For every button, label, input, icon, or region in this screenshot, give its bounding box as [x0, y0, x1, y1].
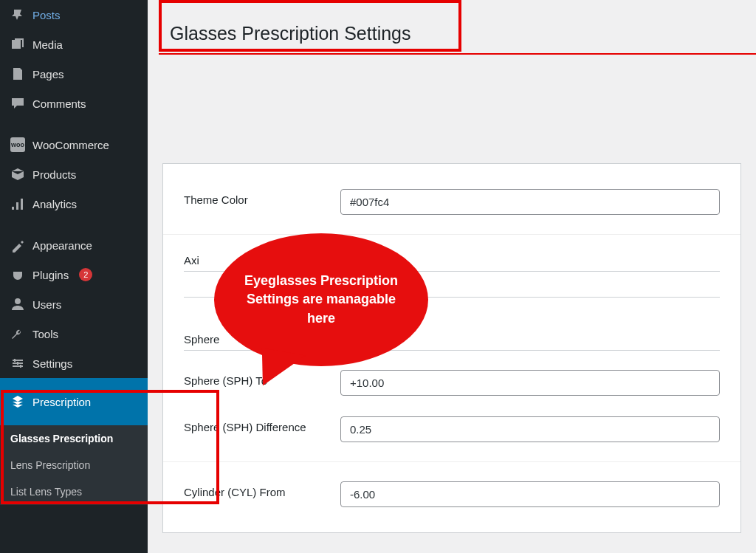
sidebar-item-label: Media: [32, 38, 63, 51]
sidebar-item-products[interactable]: Products: [0, 159, 148, 189]
tools-icon: [10, 326, 25, 341]
settings-icon: [10, 356, 25, 371]
sidebar-item-plugins[interactable]: Plugins 2: [0, 260, 148, 289]
sidebar-item-label: Settings: [32, 357, 72, 370]
sidebar-item-label: Products: [32, 168, 76, 181]
field-cyl-from: Cylinder (CYL) From: [163, 471, 740, 518]
cyl-from-input[interactable]: [340, 481, 720, 507]
pin-icon: [10, 7, 25, 22]
sidebar-item-users[interactable]: Users: [0, 289, 148, 319]
sidebar-item-pages[interactable]: Pages: [0, 59, 148, 89]
media-icon: [10, 37, 25, 52]
annotation-underline: [159, 53, 756, 55]
sidebar-item-settings[interactable]: Settings: [0, 348, 148, 378]
pages-icon: [10, 66, 25, 81]
sidebar-item-label: WooCommerce: [32, 139, 109, 151]
appearance-icon: [10, 238, 25, 253]
users-icon: [10, 297, 25, 312]
sidebar-item-label: Posts: [32, 9, 61, 21]
sidebar-item-appearance[interactable]: Appearance: [0, 230, 148, 260]
sidebar-item-label: Tools: [32, 328, 58, 340]
sidebar-item-analytics[interactable]: Analytics: [0, 189, 148, 219]
sidebar-item-comments[interactable]: Comments: [0, 89, 148, 118]
sidebar-item-label: Appearance: [32, 239, 92, 252]
annotation-sidebar-highlight: [1, 390, 219, 504]
sph-to-input[interactable]: [340, 370, 720, 396]
sidebar-item-media[interactable]: Media: [0, 30, 148, 59]
sidebar-item-label: Pages: [32, 68, 64, 80]
sidebar-item-posts[interactable]: Posts: [0, 0, 148, 30]
sidebar-item-label: Plugins: [32, 269, 69, 281]
sidebar-item-woocommerce[interactable]: woo WooCommerce: [0, 130, 148, 159]
annotation-callout-bubble: Eyeglasses Prescription Settings are man…: [214, 233, 428, 366]
field-sph-to: Sphere (SPH) To: [163, 360, 740, 406]
products-icon: [10, 167, 25, 182]
annotation-title-highlight: [159, 0, 461, 52]
plugins-icon: [10, 267, 25, 282]
field-label: Theme Color: [184, 189, 331, 206]
sph-diff-input[interactable]: [340, 416, 720, 442]
field-theme-color: Theme Color: [163, 179, 740, 225]
comments-icon: [10, 96, 25, 111]
sidebar-item-label: Analytics: [32, 198, 77, 210]
woocommerce-icon: woo: [10, 137, 25, 152]
sidebar-item-label: Comments: [32, 97, 86, 110]
field-sph-diff: Sphere (SPH) Difference: [163, 406, 740, 453]
analytics-icon: [10, 196, 25, 211]
callout-text: Eyeglasses Prescription Settings are man…: [236, 272, 406, 328]
theme-color-input[interactable]: [340, 189, 720, 215]
sidebar-item-label: Users: [32, 298, 61, 311]
sidebar-item-tools[interactable]: Tools: [0, 319, 148, 348]
plugins-update-badge: 2: [79, 268, 92, 281]
